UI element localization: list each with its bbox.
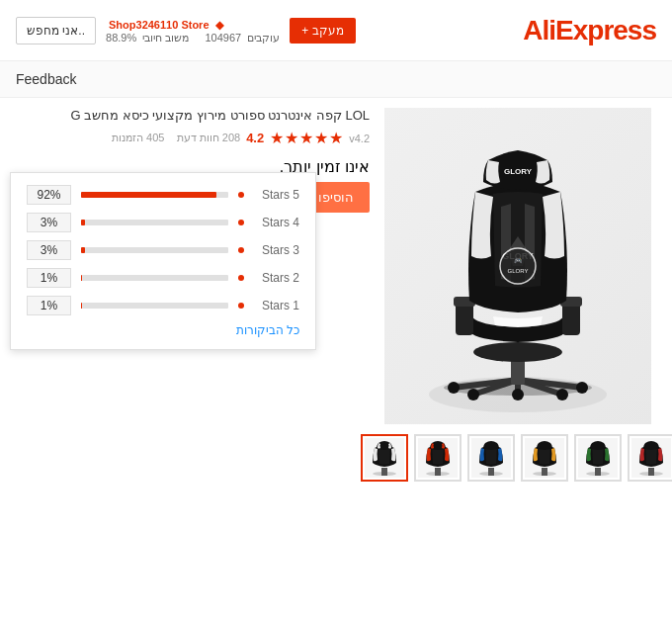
svg-point-21 bbox=[500, 248, 536, 284]
thumb-svg-yellow bbox=[525, 438, 564, 478]
thumbnail-yellow[interactable] bbox=[521, 434, 568, 482]
thumb-svg-redalt bbox=[631, 438, 671, 478]
store-icon: ◆ bbox=[215, 19, 223, 31]
header-left: אני מחפש.. Shop3246110 Store ◆ 88.9% משו… bbox=[16, 17, 356, 44]
rating-row: v4.2 ★ ★ ★ ★ ★ 4.2 208 חוות דעת 405 הזמנ… bbox=[16, 129, 370, 147]
star-4: ★ bbox=[285, 129, 298, 147]
svg-text:GLORY: GLORY bbox=[504, 167, 533, 176]
thumbnail-red[interactable] bbox=[414, 434, 462, 482]
thumb-svg-white bbox=[365, 438, 404, 478]
svg-text:GLORY: GLORY bbox=[508, 268, 529, 274]
percent-4: 3% bbox=[27, 213, 71, 232]
label-2: Stars 2 bbox=[250, 271, 299, 285]
svg-point-7 bbox=[448, 382, 460, 394]
label-5: Stars 5 bbox=[250, 188, 299, 202]
follow-button[interactable]: + מעקב bbox=[290, 18, 355, 44]
main-product-image: GLORY GLORY 🎮 GLORY bbox=[384, 108, 651, 424]
svg-point-9 bbox=[467, 389, 479, 400]
dot-5 bbox=[238, 192, 244, 198]
chair-svg: GLORY GLORY 🎮 GLORY bbox=[394, 113, 641, 419]
percent-3: 3% bbox=[27, 240, 71, 260]
bar-fill-3 bbox=[81, 247, 85, 253]
product-details: LOL קפה אינטרנט ספורט מירוץ מקצועי כיסא … bbox=[16, 108, 379, 482]
star-5: ★ bbox=[270, 129, 284, 147]
svg-text:🎮: 🎮 bbox=[514, 256, 523, 265]
dot-1 bbox=[238, 303, 244, 309]
svg-rect-35 bbox=[542, 468, 547, 476]
svg-point-10 bbox=[556, 389, 568, 400]
bar-5 bbox=[81, 192, 228, 198]
store-info: Shop3246110 Store ◆ 88.9% משוב חיובי 104… bbox=[106, 17, 280, 44]
bar-fill-4 bbox=[81, 220, 85, 225]
my-account-button[interactable]: אני מחפש.. bbox=[16, 17, 96, 44]
svg-rect-29 bbox=[435, 468, 441, 476]
store-stats: 88.9% משוב חיובי 104967 עוקבים bbox=[106, 32, 280, 44]
thumbnail-redalt[interactable] bbox=[628, 434, 672, 482]
thumbnail-green[interactable] bbox=[574, 434, 622, 482]
rating-popup: 92% Stars 5 3% Stars 4 3% bbox=[10, 172, 316, 350]
rating-number: 4.2 bbox=[246, 131, 264, 145]
bar-fill-1 bbox=[81, 303, 82, 309]
dot-4 bbox=[238, 220, 244, 225]
followers-count: 104967 עוקבים bbox=[205, 32, 280, 44]
bar-1 bbox=[81, 303, 228, 309]
svg-rect-41 bbox=[648, 468, 654, 476]
star-row-5: 92% Stars 5 bbox=[27, 185, 299, 205]
star-1: ★ bbox=[329, 129, 343, 147]
store-name-text: Shop3246110 Store bbox=[109, 19, 210, 31]
product-image-area: GLORY GLORY 🎮 GLORY bbox=[379, 108, 656, 482]
svg-rect-26 bbox=[381, 468, 387, 476]
thumb-svg-red bbox=[418, 438, 458, 478]
header: אני מחפש.. Shop3246110 Store ◆ 88.9% משו… bbox=[0, 0, 672, 61]
thumb-svg-blue bbox=[471, 438, 511, 478]
stars: ★ ★ ★ ★ ★ bbox=[270, 129, 343, 147]
dot-2 bbox=[238, 275, 244, 281]
thumbnail-blue[interactable] bbox=[467, 434, 515, 482]
product-title: LOL קפה אינטרנט ספורט מירוץ מקצועי כיסא … bbox=[16, 108, 370, 123]
label-1: Stars 1 bbox=[250, 299, 299, 312]
bar-4 bbox=[81, 220, 228, 225]
product-section: LOL קפה אינטרנט ספורט מירוץ מקצועי כיסא … bbox=[0, 98, 672, 491]
rating-details: 208 חוות דעת 405 הזמנות bbox=[112, 132, 240, 144]
star-row-3: 3% Stars 3 bbox=[27, 240, 299, 260]
store-name: Shop3246110 Store ◆ bbox=[106, 17, 223, 32]
svg-point-13 bbox=[473, 342, 562, 362]
svg-rect-38 bbox=[595, 468, 601, 476]
percent-1: 1% bbox=[27, 296, 71, 315]
version-badge: v4.2 bbox=[349, 133, 370, 144]
bar-3 bbox=[81, 247, 228, 253]
all-reviews-link[interactable]: כל הביקורות bbox=[27, 323, 299, 337]
percent-2: 1% bbox=[27, 268, 71, 288]
thumb-svg-green bbox=[578, 438, 618, 478]
bar-fill-2 bbox=[81, 275, 82, 281]
svg-rect-32 bbox=[488, 468, 494, 476]
percent-5: 92% bbox=[27, 185, 71, 205]
bar-2 bbox=[81, 275, 228, 281]
star-row-1: 1% Stars 1 bbox=[27, 296, 299, 315]
thumbnail-white[interactable] bbox=[361, 434, 408, 482]
star-row-2: 1% Stars 2 bbox=[27, 268, 299, 288]
label-4: Stars 4 bbox=[250, 216, 299, 229]
svg-point-11 bbox=[512, 389, 524, 400]
svg-point-8 bbox=[576, 382, 588, 394]
star-3: ★ bbox=[299, 129, 313, 147]
positive-feedback: 88.9% משוב חיובי bbox=[106, 32, 189, 44]
bar-fill-5 bbox=[81, 192, 216, 198]
thumbnails bbox=[361, 434, 672, 482]
dot-3 bbox=[238, 247, 244, 253]
feedback-tab: Feedback bbox=[0, 61, 672, 98]
aliexpress-logo: AliExpress bbox=[523, 15, 656, 46]
label-3: Stars 3 bbox=[250, 243, 299, 257]
star-row-4: 3% Stars 4 bbox=[27, 213, 299, 232]
star-2: ★ bbox=[314, 129, 328, 147]
